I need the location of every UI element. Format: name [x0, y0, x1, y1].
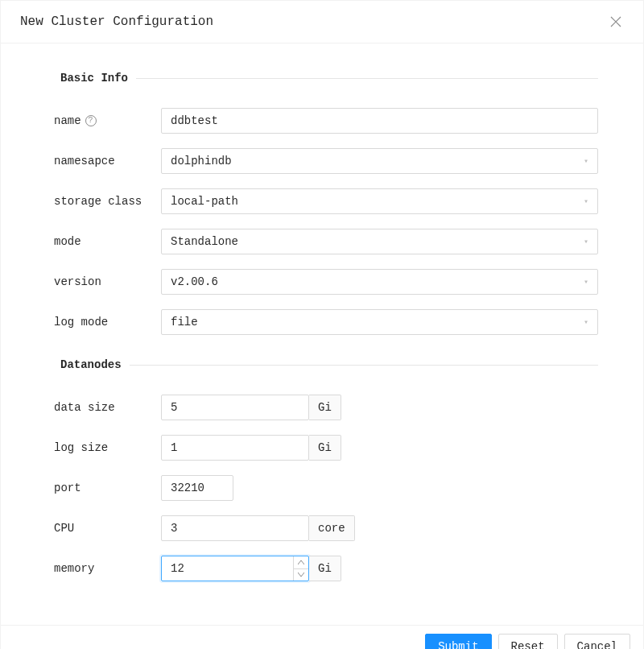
section-datanodes: Datanodes data size Gi log size [20, 359, 598, 581]
field-data-size: data size Gi [20, 395, 598, 420]
field-label: log mode [20, 316, 161, 329]
port-input[interactable] [161, 475, 233, 501]
chevron-down-icon [298, 573, 304, 577]
modal-body: Basic Info name ? namesapce dolphindb ▾ [1, 43, 643, 625]
reset-button[interactable]: Reset [498, 634, 558, 649]
close-icon [610, 16, 621, 27]
addon-unit: Gi [309, 435, 341, 461]
memory-input[interactable] [161, 556, 309, 581]
storage-class-select[interactable]: local-path ▾ [161, 188, 598, 214]
stepper [293, 556, 308, 581]
field-label: CPU [20, 522, 161, 535]
chevron-up-icon [298, 560, 304, 564]
field-memory: memory [20, 556, 598, 581]
section-divider: Basic Info [20, 72, 598, 84]
modal-footer: Submit Reset Cancel [1, 625, 643, 649]
addon-unit: core [309, 515, 355, 541]
field-label: data size [20, 401, 161, 414]
field-label: name ? [20, 114, 161, 127]
mode-select[interactable]: Standalone ▾ [161, 229, 598, 254]
log-size-input[interactable] [161, 435, 309, 461]
step-up-button[interactable] [294, 556, 308, 569]
field-label: port [20, 482, 161, 494]
field-mode: mode Standalone ▾ [20, 229, 598, 254]
field-label: namesapce [20, 155, 161, 167]
close-button[interactable] [608, 14, 624, 30]
new-cluster-config-modal: New Cluster Configuration Basic Info nam… [0, 0, 644, 649]
section-divider: Datanodes [20, 359, 598, 370]
addon-unit: Gi [309, 395, 341, 420]
section-title-basic: Basic Info [51, 72, 136, 85]
help-icon[interactable]: ? [85, 115, 97, 126]
cancel-button[interactable]: Cancel [564, 634, 630, 649]
data-size-input[interactable] [161, 395, 309, 420]
field-name: name ? [20, 108, 598, 134]
addon-unit: Gi [309, 556, 341, 581]
field-log-mode: log mode file ▾ [20, 309, 598, 335]
field-storage-class: storage class local-path ▾ [20, 188, 598, 214]
field-cpu: CPU core [20, 515, 598, 541]
field-label: memory [20, 562, 161, 575]
field-label: version [20, 275, 161, 288]
chevron-down-icon: ▾ [584, 156, 588, 166]
field-version: version v2.00.6 ▾ [20, 269, 598, 295]
section-basic-info: Basic Info name ? namesapce dolphindb ▾ [20, 63, 598, 335]
field-port: port [20, 475, 598, 501]
chevron-down-icon: ▾ [584, 317, 588, 327]
section-title-datanodes: Datanodes [51, 358, 130, 371]
namespace-select[interactable]: dolphindb ▾ [161, 148, 598, 174]
name-input[interactable] [161, 108, 598, 134]
field-namespace: namesapce dolphindb ▾ [20, 148, 598, 174]
chevron-down-icon: ▾ [584, 196, 588, 206]
log-mode-select[interactable]: file ▾ [161, 309, 598, 335]
submit-button[interactable]: Submit [425, 634, 491, 649]
step-down-button[interactable] [294, 569, 308, 581]
field-log-size: log size Gi [20, 435, 598, 461]
chevron-down-icon: ▾ [584, 237, 588, 246]
field-label: storage class [20, 195, 161, 208]
modal-title: New Cluster Configuration [20, 14, 213, 29]
field-label: mode [20, 235, 161, 248]
modal-header: New Cluster Configuration [1, 1, 643, 43]
cpu-input[interactable] [161, 515, 309, 541]
chevron-down-icon: ▾ [584, 277, 588, 287]
field-label: log size [20, 441, 161, 454]
version-select[interactable]: v2.00.6 ▾ [161, 269, 598, 295]
